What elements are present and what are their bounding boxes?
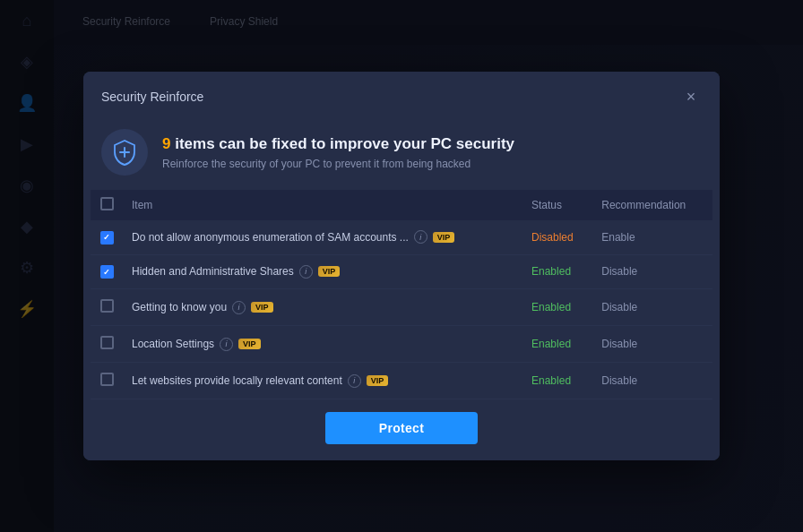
row-recommendation-cell: Disable	[592, 289, 712, 326]
col-recommendation: Recommendation	[592, 190, 712, 220]
row-3-checkbox[interactable]	[100, 336, 114, 349]
items-table-wrap: Item Status Recommendation Do not allow …	[83, 190, 720, 399]
modal-hero: 9 items can be fixed to improve your PC …	[83, 118, 720, 190]
vip-badge: VIP	[251, 302, 273, 313]
table-row: Do not allow anonymous enumeration of SA…	[91, 220, 712, 254]
hero-heading-text: items can be fixed to improve your PC se…	[170, 135, 514, 152]
recommendation-text: Disable	[601, 301, 637, 313]
status-badge: Enabled	[531, 265, 571, 278]
row-checkbox-cell	[91, 220, 123, 254]
row-checkbox-cell	[91, 254, 123, 289]
row-recommendation-cell: Enable	[592, 220, 712, 254]
info-icon[interactable]: i	[220, 338, 233, 351]
row-1-checkbox[interactable]	[100, 265, 114, 279]
col-status: Status	[522, 190, 592, 220]
row-checkbox-cell	[91, 326, 123, 363]
table-header: Item Status Recommendation	[91, 190, 712, 220]
row-checkbox-cell	[91, 363, 123, 399]
recommendation-text: Enable	[601, 231, 635, 244]
row-status-cell: Enabled	[522, 326, 592, 363]
vip-badge: VIP	[318, 266, 341, 277]
protect-button[interactable]: Protect	[325, 412, 478, 444]
info-icon[interactable]: i	[348, 374, 361, 388]
hero-text: 9 items can be fixed to improve your PC …	[162, 134, 514, 169]
row-item-name-cell: Location SettingsiVIP	[123, 326, 522, 363]
row-item-name-cell: Getting to know youiVIP	[123, 289, 522, 326]
table-row: Let websites provide locally relevant co…	[91, 363, 712, 399]
row-status-cell: Enabled	[522, 363, 592, 399]
hero-heading: 9 items can be fixed to improve your PC …	[162, 134, 514, 154]
row-4-checkbox[interactable]	[100, 373, 114, 386]
shield-icon-wrap	[101, 129, 148, 176]
select-all-checkbox[interactable]	[100, 197, 114, 210]
recommendation-text: Disable	[601, 338, 637, 350]
modal-title: Security Reinforce	[101, 90, 203, 104]
col-item: Item	[123, 190, 522, 220]
recommendation-text: Disable	[601, 265, 637, 278]
status-badge: Enabled	[531, 374, 571, 387]
close-button[interactable]: ×	[680, 86, 702, 107]
modal-backdrop: Security Reinforce × 9 items can be fixe…	[0, 0, 803, 532]
row-recommendation-cell: Disable	[592, 326, 712, 363]
row-0-checkbox[interactable]	[100, 231, 114, 245]
security-reinforce-modal: Security Reinforce × 9 items can be fixe…	[83, 72, 720, 460]
row-item-name-cell: Hidden and Administrative SharesiVIP	[123, 254, 522, 289]
recommendation-text: Disable	[601, 374, 637, 387]
table-row: Hidden and Administrative SharesiVIPEnab…	[91, 254, 712, 289]
row-item-label: Do not allow anonymous enumeration of SA…	[132, 231, 409, 244]
items-table: Item Status Recommendation Do not allow …	[91, 190, 712, 399]
info-icon[interactable]: i	[299, 265, 313, 279]
row-recommendation-cell: Disable	[592, 254, 712, 289]
row-status-cell: Enabled	[522, 289, 592, 326]
col-checkbox	[91, 190, 123, 220]
vip-badge: VIP	[367, 375, 389, 386]
row-item-label: Let websites provide locally relevant co…	[132, 374, 342, 387]
table-body: Do not allow anonymous enumeration of SA…	[91, 220, 712, 399]
row-2-checkbox[interactable]	[100, 299, 114, 313]
status-badge: Disabled	[531, 231, 574, 244]
row-checkbox-cell	[91, 289, 123, 326]
table-row: Getting to know youiVIPEnabledDisable	[91, 289, 712, 326]
row-status-cell: Enabled	[522, 254, 592, 289]
row-item-name-cell: Do not allow anonymous enumeration of SA…	[123, 220, 522, 254]
hero-subtext: Reinforce the security of your PC to pre…	[162, 158, 514, 170]
row-item-label: Hidden and Administrative Shares	[132, 265, 294, 278]
modal-footer: Protect	[83, 399, 720, 460]
table-row: Location SettingsiVIPEnabledDisable	[91, 326, 712, 363]
row-status-cell: Disabled	[522, 220, 592, 254]
status-badge: Enabled	[531, 301, 571, 313]
status-badge: Enabled	[531, 338, 571, 350]
vip-badge: VIP	[238, 339, 261, 349]
modal-header: Security Reinforce ×	[83, 72, 720, 118]
row-recommendation-cell: Disable	[592, 363, 712, 399]
row-item-label: Location Settings	[132, 338, 214, 350]
info-icon[interactable]: i	[232, 301, 246, 314]
info-icon[interactable]: i	[414, 230, 427, 244]
row-item-name-cell: Let websites provide locally relevant co…	[123, 363, 522, 399]
vip-badge: VIP	[433, 232, 455, 243]
row-item-label: Getting to know you	[132, 301, 227, 313]
shield-plus-icon	[112, 139, 137, 166]
